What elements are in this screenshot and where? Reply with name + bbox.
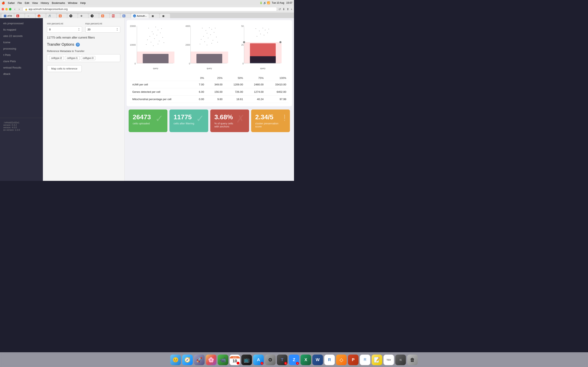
tag-celltype-l1[interactable]: celltype.l1 [65,56,79,60]
max-percent-mt-spinner[interactable]: ▲ ▼ [116,28,118,31]
stats-cards: 26473 cells uploaded ✓ 11775 cells after… [127,109,292,134]
share-button[interactable]: ⬆ [287,8,289,11]
menu-file[interactable]: File [17,1,22,4]
svg-point-8 [158,30,158,30]
url-bar[interactable]: 🔒 app.azimuth.hubmapconsortium.org [23,7,277,11]
min-percent-mt-spinner[interactable]: ▲ ▼ [78,28,80,31]
tag-celltype-l2[interactable]: celltype.l2 [49,56,64,60]
row-v75-0: 2480.00 [245,81,266,88]
sidebar-item-time[interactable]: utes 22 seconds [0,33,43,39]
row-v50-2: 18.61 [225,95,246,103]
row-v50-1: 726.00 [225,88,246,95]
fullscreen-button[interactable] [9,8,11,10]
browser-chrome: ‹ › 🔒 app.azimuth.hubmapconsortium.org ↺… [0,6,294,13]
svg-point-34 [211,29,212,30]
x-icon: ✗ [236,113,245,125]
svg-point-12 [156,35,157,35]
new-tab-button[interactable]: + [291,8,292,11]
forward-button[interactable]: › [17,7,21,11]
svg-point-10 [153,34,154,34]
table-row: Mitochondrial percentage per cell 0.00 9… [130,95,289,103]
sidebar-item-feature-plots[interactable]: cture Plots [0,58,43,64]
menubar: 🍎 Safari File Edit View History Bookmark… [0,0,294,6]
stats-col-header-4: 75% [245,75,266,81]
sidebar-item-feedback[interactable]: dback [0,71,43,77]
filter-row: min percent.mt 0 ▲ ▼ max percent.mt 20 [47,22,120,33]
row-v25-1: 156.00 [207,88,225,95]
sidebar-item-plots[interactable]: t Plots [0,52,43,58]
tab-azimuth[interactable]: Az Azimuth... [131,14,149,18]
tab-3[interactable]: ↔ [25,14,35,18]
tab-5[interactable]: 🎵 [46,14,56,18]
map-cells-button[interactable]: Map cells to reference [47,65,82,72]
svg-text:query: query [260,67,266,69]
scatter-plot-1: 20000 10000 0 [130,24,182,71]
url-text: app.azimuth.hubmapconsortium.org [29,8,68,11]
minimize-button[interactable] [5,8,8,10]
back-button[interactable]: ‹ [13,7,17,11]
menu-bookmarks[interactable]: Bookmarks [52,1,65,4]
row-label-1: Genes detected per cell [130,88,192,95]
sidebar-seurat-version: version: 4.0.0 [3,126,40,129]
menu-safari[interactable]: Safari [8,1,15,4]
tab-gear[interactable]: ⚙ [78,14,88,18]
tab-4[interactable]: 🔥 [35,14,46,18]
stats-col-header-1: 0% [192,75,207,81]
spinner-down-2[interactable]: ▼ [116,30,118,31]
spinner-up[interactable]: ▲ [78,28,80,29]
sidebar-item-processing[interactable]: processing [0,45,43,52]
tab-n1[interactable]: N [67,14,78,18]
row-label-2: Mitochondrial percentage per cell [130,95,192,103]
tab-s[interactable]: S [99,14,109,18]
tab-e1[interactable]: E [57,14,67,18]
svg-point-47 [211,43,212,44]
menu-window[interactable]: Window [68,1,77,4]
min-percent-mt-input[interactable]: 0 ▲ ▼ [47,26,82,33]
sidebar-item-download[interactable]: wnload Results [0,64,43,71]
svg-point-68 [279,41,282,43]
row-v25-2: 9.60 [207,95,225,103]
menu-help[interactable]: Help [80,1,86,4]
tab-atm[interactable]: 🏧ATM [2,14,14,18]
svg-point-5 [148,28,149,29]
stat-card-preservation: 2.34/5 cluster preservation score ! [251,109,290,132]
tab-rd[interactable]: RD [110,14,120,18]
sidebar-id: : b44dd32c82e1 [3,121,40,124]
svg-point-61 [265,30,266,30]
row-label-0: nUMI per cell [130,81,192,88]
sidebar-item-welcome[interactable]: lcome [0,39,43,45]
svg-point-9 [161,28,162,29]
exclamation-icon: ! [283,113,286,123]
svg-text:20000: 20000 [130,25,136,27]
sidebar-item-preprocessed[interactable]: els preprocessed [0,20,43,26]
tab-extra2[interactable]: ▦ [160,14,170,18]
row-v75-1: 1274.00 [245,88,266,95]
svg-text:0: 0 [189,63,190,65]
download-button[interactable]: ⬇ [283,8,285,11]
spinner-up-2[interactable]: ▲ [116,28,118,29]
row-v0-1: 6.00 [192,88,207,95]
close-button[interactable] [2,8,4,10]
reload-button[interactable]: ↺ [278,8,281,11]
sidebar-item-mapped[interactable]: lls mapped [0,26,43,33]
tab-extra1[interactable]: ▦ [149,14,159,18]
tab-l[interactable]: L [14,14,25,18]
spinner-down[interactable]: ▼ [78,30,80,31]
apple-menu[interactable]: 🍎 [2,1,5,4]
tab-e2[interactable]: E [121,14,131,18]
menu-edit[interactable]: Edit [25,1,29,4]
tab-n2[interactable]: N [89,14,99,18]
svg-point-31 [202,28,203,29]
right-panel: 20000 10000 0 [125,18,294,181]
max-percent-mt-input[interactable]: 20 ▲ ▼ [85,26,121,33]
row-v0-2: 0.00 [192,95,207,103]
menu-view[interactable]: View [32,1,38,4]
menu-history[interactable]: History [41,1,49,4]
tag-celltype-l3[interactable]: celltype.l3 [81,56,95,60]
main-layout: els preprocessed lls mapped utes 22 seco… [0,18,294,181]
help-badge[interactable]: ? [76,43,80,47]
svg-point-43 [213,40,213,41]
sidebar: els preprocessed lls mapped utes 22 seco… [0,18,43,181]
stat-card-uploaded-value: 26473 [133,114,151,121]
min-percent-mt-group: min percent.mt 0 ▲ ▼ [47,22,82,33]
